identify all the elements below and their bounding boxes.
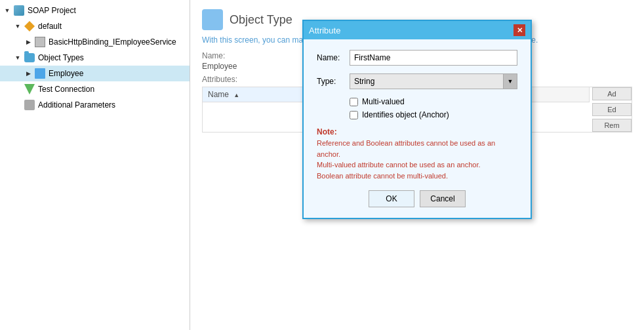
note-line-2: Multi-valued attribute cannot be used as… (317, 159, 517, 171)
item-icon-default (24, 20, 35, 32)
sidebar-item-test-connection[interactable]: Test Connection (0, 81, 190, 97)
note-line-1: Reference and Boolean attributes cannot … (317, 138, 517, 159)
note-body: Reference and Boolean attributes cannot … (317, 138, 517, 181)
sidebar-item-employee[interactable]: ▶Employee (0, 66, 190, 81)
item-icon-employee (34, 68, 46, 79)
dialog-checkboxes: Multi-valued Identifies object (Anchor) (350, 97, 517, 119)
item-icon-additional (24, 99, 35, 111)
sidebar-item-label-basic-http-binding: BasicHttpBinding_IEmployeeService (49, 37, 176, 47)
dialog-name-row: Name: (317, 50, 517, 66)
item-icon-folder (24, 52, 35, 64)
sidebar-item-basic-http-binding[interactable]: ▶BasicHttpBinding_IEmployeeService (0, 34, 190, 50)
dialog-title-bar: Attribute ✕ (304, 21, 531, 39)
note-title: Note: (317, 127, 517, 136)
sidebar-item-object-types[interactable]: ▼Object Types (0, 50, 190, 66)
sidebar-item-label-employee: Employee (49, 69, 83, 78)
sidebar-item-label-soap-project: SOAP Project (28, 6, 76, 15)
dialog-name-label: Name: (317, 53, 350, 62)
cancel-button[interactable]: Cancel (420, 190, 466, 207)
sidebar-item-additional-parameters[interactable]: Additional Parameters (0, 97, 190, 113)
sidebar-item-label-object-types: Object Types (38, 53, 84, 62)
main-content-area: Object Type With this screen, you can ma… (190, 0, 644, 330)
multi-valued-label[interactable]: Multi-valued (362, 97, 405, 106)
dialog-body: Name: Type: StringIntegerBooleanReferenc… (304, 39, 531, 218)
expander-icon-employee[interactable]: ▶ (24, 69, 33, 78)
item-icon-binding (34, 36, 46, 48)
note-line-3: Boolean attribute cannot be multi-valued… (317, 171, 517, 182)
sidebar-item-label-test-connection: Test Connection (38, 85, 94, 94)
expander-icon-basic-http-binding[interactable]: ▶ (24, 37, 33, 47)
anchor-row: Identifies object (Anchor) (350, 110, 517, 119)
dialog-note: Note: Reference and Boolean attributes c… (317, 127, 517, 181)
dialog-overlay: Attribute ✕ Name: Type: StringIntegerBoo… (190, 0, 644, 330)
sidebar-item-label-additional-parameters: Additional Parameters (38, 100, 115, 110)
sidebar-item-label-default: default (38, 22, 62, 31)
sidebar-item-default[interactable]: ▼default (0, 18, 190, 34)
sidebar: ▼SOAP Project▼default▶BasicHttpBinding_I… (0, 0, 190, 330)
dialog-type-select-wrap: StringIntegerBooleanReferenceDate ▼ (350, 73, 517, 89)
dialog-footer: OK Cancel (317, 190, 517, 210)
dialog-type-label: Type: (317, 77, 350, 86)
expander-icon-test-connection[interactable] (13, 85, 22, 94)
expander-icon-additional-parameters[interactable] (13, 100, 22, 110)
dialog-close-button[interactable]: ✕ (513, 24, 525, 36)
identifies-object-checkbox[interactable] (350, 111, 358, 119)
dialog-type-select[interactable]: StringIntegerBooleanReferenceDate (350, 73, 517, 89)
multi-valued-row: Multi-valued (350, 97, 517, 106)
expander-icon-soap-project[interactable]: ▼ (3, 6, 12, 15)
expander-icon-object-types[interactable]: ▼ (13, 53, 22, 62)
dialog-type-row: Type: StringIntegerBooleanReferenceDate … (317, 73, 517, 89)
expander-icon-default[interactable]: ▼ (13, 22, 22, 31)
sidebar-item-soap-project[interactable]: ▼SOAP Project (0, 3, 190, 18)
dialog-title: Attribute (309, 26, 340, 35)
identifies-object-label[interactable]: Identifies object (Anchor) (362, 110, 449, 119)
dialog-name-input[interactable] (350, 50, 517, 66)
ok-button[interactable]: OK (369, 190, 414, 207)
multi-valued-checkbox[interactable] (350, 98, 358, 106)
item-icon-test (24, 83, 35, 95)
attribute-dialog: Attribute ✕ Name: Type: StringIntegerBoo… (302, 20, 532, 219)
item-icon-soap (13, 5, 25, 16)
